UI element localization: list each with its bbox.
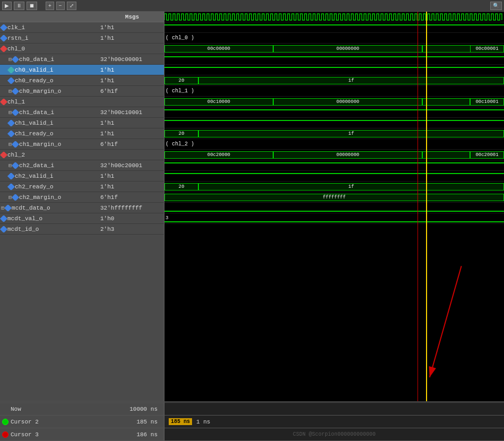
now-right — [164, 403, 504, 415]
signal-name-cell-clk_i: clk_i — [0, 24, 100, 31]
signal-name-cell-chl_1: chl_1 — [0, 99, 100, 105]
signal-row-ch1_ready_o[interactable]: ch1_ready_o1'h1 — [0, 128, 164, 139]
signal-value-ch1_margin_o: 6'h1f — [100, 141, 164, 148]
signal-icon-clk_i — [0, 24, 7, 31]
wave-row-2: ( chl_0 ) — [164, 33, 504, 44]
svg-line-1 — [430, 266, 462, 377]
msgs-column-header: Msgs — [100, 14, 164, 20]
signal-row-ch1_data_i[interactable]: ⊞ch1_data_i32'h00c10001 — [0, 107, 164, 118]
signal-label-ch0_ready_o: ch0_ready_o — [15, 77, 54, 84]
signal-value-rstn_i: 1'h1 — [100, 35, 164, 41]
signal-name-cell-mcdt_data_o: ⊞mcdt_data_o — [0, 205, 100, 211]
signal-label-clk_i: clk_i — [7, 24, 25, 31]
signal-rows: clk_i1'h1rstn_i1'h1chl_0⊞ch0_data_i32'h0… — [0, 22, 164, 235]
signal-icon-ch0_ready_o — [7, 77, 15, 84]
signal-name-cell-ch2_ready_o: ch2_ready_o — [0, 184, 100, 190]
signal-row-mcdt_id_o[interactable]: mcdt_id_o2'h3 — [0, 224, 164, 235]
cursor2-right: 185 ns 1 ns — [164, 416, 504, 428]
cursor3-left: Cursor 3 186 ns — [0, 428, 164, 440]
signal-row-ch2_data_i[interactable]: ⊞ch2_data_i32'h00c20001 — [0, 160, 164, 171]
signal-icon-ch0_data_i — [12, 56, 19, 63]
toolbar-btn-2[interactable]: ⏸ — [14, 2, 24, 10]
csdn-watermark: CSDN @Scorpion000000000000 — [169, 431, 500, 437]
signal-row-chl_0[interactable]: chl_0 — [0, 44, 164, 54]
signal-icon-chl_2 — [0, 152, 7, 158]
signal-label-ch0_valid_i: ch0_valid_i — [15, 67, 54, 73]
signal-value-ch0_data_i: 32'h00c00001 — [100, 56, 164, 63]
wave-row-3: 00c000000000000000c00001 — [164, 44, 504, 54]
signal-row-ch1_margin_o[interactable]: ⊞ch1_margin_o6'h1f — [0, 139, 164, 150]
toolbar-zoom-in[interactable]: + — [46, 2, 54, 10]
signal-name-cell-mcdt_id_o: mcdt_id_o — [0, 226, 100, 232]
wave-row-19: 3 — [164, 213, 504, 224]
waveform-panel[interactable]: ( chl_0 )00c000000000000000c00001201f( c… — [164, 12, 504, 401]
signal-label-mcdt_data_o: mcdt_data_o — [12, 205, 50, 211]
toolbar-fit[interactable]: ⤢ — [67, 2, 76, 10]
toolbar-zoom-out[interactable]: − — [56, 2, 65, 10]
signal-icon-mcdt_val_o — [0, 215, 7, 222]
signal-value-ch2_valid_i: 1'h1 — [100, 173, 164, 179]
signal-name-cell-ch1_ready_o: ch1_ready_o — [0, 131, 100, 137]
signal-row-ch2_ready_o[interactable]: ch2_ready_o1'h1 — [0, 181, 164, 192]
toolbar-search[interactable]: 🔍 — [490, 2, 502, 10]
signal-name-cell-ch1_margin_o: ⊞ch1_margin_o — [0, 141, 100, 148]
now-time: 10000 ns — [119, 406, 162, 412]
cursor2-dot — [2, 419, 8, 425]
signal-name-cell-chl_0: chl_0 — [0, 46, 100, 52]
signal-label-chl_2: chl_2 — [7, 152, 25, 158]
wave-row-6: 201f — [164, 75, 504, 86]
cursor3-row: Cursor 3 186 ns CSDN @Scorpion0000000000… — [0, 428, 504, 441]
toolbar-btn-3[interactable]: ⏹ — [27, 2, 37, 10]
signal-row-ch0_ready_o[interactable]: ch0_ready_o1'h1 — [0, 75, 164, 86]
toolbar-btn-1[interactable]: ▶ — [2, 2, 12, 10]
signal-value-mcdt_val_o: 1'h0 — [100, 215, 164, 222]
red-cursor-line — [418, 12, 418, 401]
signal-icon-ch1_margin_o — [12, 141, 19, 148]
signal-name-cell-rstn_i: rstn_i — [0, 35, 100, 41]
signal-value-clk_i: 1'h1 — [100, 24, 164, 31]
wave-row-11: 201f — [164, 128, 504, 139]
signal-value-ch1_valid_i: 1'h1 — [100, 120, 164, 126]
signal-label-ch1_valid_i: ch1_valid_i — [15, 120, 54, 126]
signal-icon-ch0_margin_o — [12, 88, 19, 94]
signal-row-ch2_valid_i[interactable]: ch2_valid_i1'h1 — [0, 171, 164, 181]
waveform-canvas: ( chl_0 )00c000000000000000c00001201f( c… — [164, 12, 504, 401]
signal-label-ch1_margin_o: ch1_margin_o — [19, 141, 61, 148]
signal-row-ch2_margin_o[interactable]: ⊞ch2_margin_o6'h1f — [0, 192, 164, 203]
signal-icon-ch0_valid_i — [7, 67, 15, 73]
timeline-area: 175 ns180 ns185 ns190 — [164, 402, 504, 402]
wave-row-14 — [164, 160, 504, 171]
signal-icon-ch1_ready_o — [7, 131, 15, 137]
signal-row-mcdt_val_o[interactable]: mcdt_val_o1'h0 — [0, 213, 164, 224]
signal-row-ch0_margin_o[interactable]: ⊞ch0_margin_o6'h1f — [0, 86, 164, 97]
signal-name-cell-mcdt_val_o: mcdt_val_o — [0, 215, 100, 222]
signal-icon-ch2_valid_i — [7, 173, 15, 179]
now-row: Now 10000 ns — [0, 403, 504, 416]
cursor3-time: 186 ns — [119, 431, 162, 438]
signal-label-ch2_valid_i: ch2_valid_i — [15, 173, 54, 179]
cursor2-row: Cursor 2 185 ns 185 ns 1 ns — [0, 416, 504, 428]
signal-value-ch1_ready_o: 1'h1 — [100, 131, 164, 137]
signal-label-rstn_i: rstn_i — [7, 35, 29, 41]
signal-value-ch0_valid_i: 1'h1 — [100, 67, 164, 73]
signal-icon-mcdt_data_o — [4, 205, 12, 211]
wave-row-16: 201f — [164, 181, 504, 192]
signal-icon-chl_1 — [0, 99, 7, 105]
signal-icon-chl_0 — [0, 46, 7, 52]
wave-row-12: ( chl_2 ) — [164, 139, 504, 150]
signal-icon-ch2_margin_o — [12, 194, 19, 201]
signal-value-ch2_margin_o: 6'h1f — [100, 194, 164, 201]
now-label: Now — [11, 406, 117, 412]
signal-icon-rstn_i — [0, 35, 7, 41]
signal-row-ch0_valid_i[interactable]: ch0_valid_i1'h1 — [0, 65, 164, 75]
signal-row-mcdt_data_o[interactable]: ⊞mcdt_data_o32'hffffffff — [0, 203, 164, 213]
signal-label-ch0_data_i: ch0_data_i — [19, 56, 54, 63]
signal-row-ch1_valid_i[interactable]: ch1_valid_i1'h1 — [0, 118, 164, 128]
signal-row-ch0_data_i[interactable]: ⊞ch0_data_i32'h00c00001 — [0, 54, 164, 65]
wave-row-15 — [164, 171, 504, 181]
signal-row-chl_2[interactable]: chl_2 — [0, 150, 164, 160]
signal-row-clk_i[interactable]: clk_i1'h1 — [0, 22, 164, 33]
signal-row-rstn_i[interactable]: rstn_i1'h1 — [0, 33, 164, 44]
signal-row-chl_1[interactable]: chl_1 — [0, 97, 164, 107]
signal-value-ch2_ready_o: 1'h1 — [100, 184, 164, 190]
